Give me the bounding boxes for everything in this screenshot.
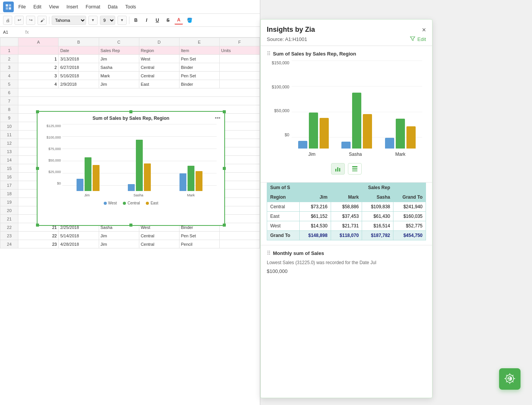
menu-file[interactable]: File <box>15 3 29 11</box>
font-size-dropdown-btn[interactable]: ▾ <box>117 16 127 25</box>
chart-resize-handle-t[interactable] <box>129 110 132 113</box>
bold-btn[interactable]: B <box>132 16 140 24</box>
insights-source: Source: A1:H1001 <box>267 36 307 42</box>
zia-button[interactable]: Z <box>499 368 521 390</box>
cell[interactable]: Binder <box>179 80 219 88</box>
insights-edit-btn[interactable]: Edit <box>418 36 426 42</box>
pivot-table: Sum of S Sales Rep Region Jim Mark Sasha… <box>267 183 426 240</box>
cell-b1[interactable]: Date <box>59 46 99 55</box>
legend-central: Central <box>123 201 140 205</box>
embedded-chart[interactable]: ••• Sum of Sales by Sales Rep, Region $1… <box>37 111 225 226</box>
cell[interactable]: 5/14/2018 <box>59 232 99 240</box>
cell[interactable]: Sasha <box>99 63 139 72</box>
font-dropdown-btn[interactable]: ▾ <box>88 16 98 25</box>
cell[interactable] <box>219 206 259 215</box>
cell[interactable]: 2/9/2018 <box>59 80 99 88</box>
col-header-d[interactable]: D <box>139 38 179 46</box>
col-header-f[interactable]: F <box>219 38 259 46</box>
fill-color-btn[interactable]: 🪣 <box>185 16 194 24</box>
cell[interactable]: Jim <box>99 80 139 88</box>
italic-btn[interactable]: I <box>142 16 151 24</box>
font-color-btn[interactable]: A <box>175 16 183 24</box>
sep1 <box>49 16 49 24</box>
cell[interactable]: Jim <box>99 232 139 240</box>
x-label-mark: Mark <box>187 193 195 197</box>
cell-c1[interactable]: Sales Rep <box>99 46 139 55</box>
cell[interactable]: Central <box>139 232 179 240</box>
cell[interactable]: East <box>139 80 179 88</box>
cell[interactable]: Pen Set <box>179 232 219 240</box>
chart-resize-handle-b[interactable] <box>129 224 132 227</box>
cell[interactable]: 6/27/2018 <box>59 63 99 72</box>
cell[interactable]: Pen Set <box>179 72 219 80</box>
chart-resize-handle-br[interactable] <box>223 224 226 227</box>
cell[interactable]: Pen Set <box>179 55 219 63</box>
cell[interactable]: West <box>139 55 179 63</box>
cell[interactable] <box>219 80 259 88</box>
undo-btn[interactable]: ↩ <box>15 16 24 25</box>
cell[interactable] <box>219 189 259 198</box>
cell-e1[interactable]: Item <box>179 46 219 55</box>
cell[interactable]: Mark <box>99 72 139 80</box>
cell[interactable]: 4 <box>18 80 59 88</box>
cell-f1[interactable]: Units <box>219 46 259 55</box>
cell[interactable]: Central <box>139 63 179 72</box>
menu-format[interactable]: Format <box>83 3 103 11</box>
chart-options-btn[interactable]: ••• <box>215 115 220 121</box>
cell[interactable] <box>219 55 259 63</box>
cell[interactable]: Jim <box>99 55 139 63</box>
cell[interactable]: Jim <box>99 240 139 248</box>
col-header-a[interactable]: A <box>18 38 59 46</box>
ins-bars-mark <box>385 119 416 149</box>
cell[interactable]: 22 <box>18 232 59 240</box>
cell-a1[interactable] <box>18 46 59 55</box>
cell-d1[interactable]: Region <box>139 46 179 55</box>
cell[interactable]: Pencil <box>179 240 219 248</box>
cell[interactable]: 5/16/2018 <box>59 72 99 80</box>
cell[interactable] <box>219 198 259 206</box>
cell[interactable]: 3/13/2018 <box>59 55 99 63</box>
cell[interactable]: Central <box>139 72 179 80</box>
menu-edit[interactable]: Edit <box>30 3 44 11</box>
cell[interactable] <box>219 232 259 240</box>
insights-close-btn[interactable]: × <box>422 26 426 33</box>
col-header-c[interactable]: C <box>99 38 139 46</box>
cell[interactable]: 2 <box>18 63 59 72</box>
pivot-th-jim: Jim <box>299 193 331 202</box>
table-chart-btn[interactable] <box>348 163 362 175</box>
cell[interactable]: 1 <box>18 55 59 63</box>
svg-rect-5 <box>337 167 338 171</box>
cell[interactable]: Central <box>139 240 179 248</box>
chart-resize-handle-r[interactable] <box>223 167 226 170</box>
strikethrough-btn[interactable]: S <box>164 16 172 24</box>
cell[interactable] <box>219 215 259 223</box>
print-btn[interactable]: 🖨 <box>3 16 12 25</box>
col-header-b[interactable]: B <box>59 38 99 46</box>
cell[interactable]: 3 <box>18 72 59 80</box>
table-row: 23 22 5/14/2018 Jim Central Pen Set <box>0 232 260 240</box>
col-header-e[interactable]: E <box>179 38 219 46</box>
font-size-selector[interactable]: 9 <box>100 16 115 25</box>
menu-insert[interactable]: Insert <box>64 3 81 11</box>
underline-btn[interactable]: U <box>153 16 162 24</box>
cell[interactable]: 23 <box>18 240 59 248</box>
menu-data[interactable]: Data <box>105 3 121 11</box>
chart-resize-handle-tr[interactable] <box>223 110 226 113</box>
chart-resize-handle-bl[interactable] <box>36 224 39 227</box>
redo-btn[interactable]: ↪ <box>26 16 35 25</box>
cell[interactable] <box>219 72 259 80</box>
cell[interactable] <box>219 181 259 189</box>
menu-view[interactable]: View <box>46 3 62 11</box>
cell[interactable]: 4/28/2018 <box>59 240 99 248</box>
paint-btn[interactable]: 🖌 <box>38 16 47 25</box>
cell[interactable]: Binder <box>179 63 219 72</box>
font-selector[interactable]: Tahoma <box>52 16 86 25</box>
chart-resize-handle-l[interactable] <box>36 167 39 170</box>
menu-tools[interactable]: Tools <box>122 3 139 11</box>
bar-chart-btn[interactable] <box>331 163 345 175</box>
cell[interactable] <box>219 63 259 72</box>
cell[interactable] <box>219 240 259 248</box>
chart-resize-handle-tl[interactable] <box>36 110 39 113</box>
pivot-cell-grand-sasha: $187,782 <box>362 231 393 240</box>
ins-x-labels: Jim Sasha Mark <box>292 152 422 157</box>
